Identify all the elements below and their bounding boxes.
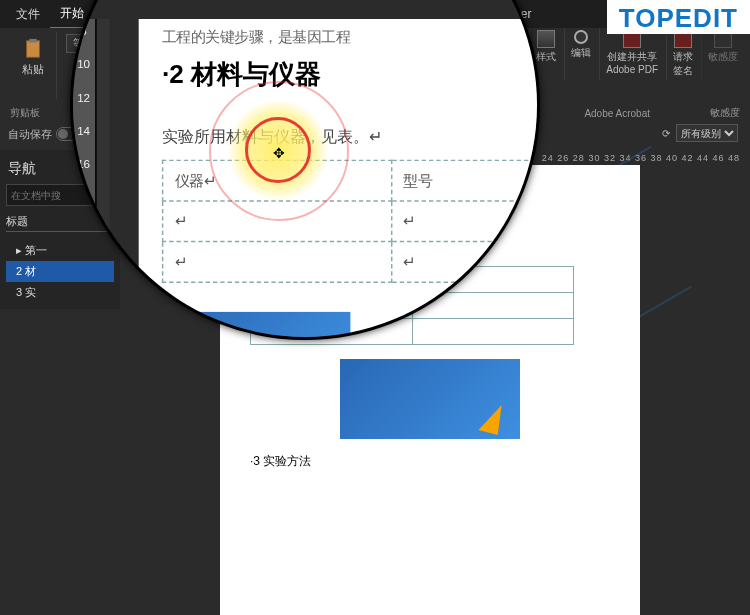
mag-paragraph: 实验所用材料与仪器，见表。↵ — [162, 126, 540, 148]
nav-tree: ▸ 第一 2 材 3 实 — [6, 240, 114, 303]
nav-item-1[interactable]: 2 材 — [6, 261, 114, 282]
svg-rect-0 — [27, 41, 40, 58]
autosave-label: 自动保存 — [8, 127, 52, 142]
paste-icon — [22, 38, 44, 60]
table-cell[interactable] — [412, 319, 574, 345]
mag-heading: ·2 材料与仪器 — [162, 57, 540, 92]
sensitivity-section-label: 敏感度 — [710, 106, 740, 120]
menu-file[interactable]: 文件 — [6, 0, 50, 28]
acrobat-section-label: Adobe Acrobat — [584, 108, 650, 119]
table-cell[interactable]: 型号 — [391, 160, 540, 201]
ribbon-right-cluster: 样式 编辑 创建并共享 Adobe PDF 请求 签名 敏感度 — [529, 28, 744, 80]
refresh-icon[interactable]: ⟳ — [662, 128, 670, 139]
table-cell[interactable]: ↵ — [163, 242, 391, 283]
find-button[interactable]: 编辑 — [564, 28, 597, 80]
sensitivity-button[interactable]: 敏感度 — [701, 28, 744, 80]
doc-shape-rect[interactable] — [340, 359, 520, 439]
clipboard-section-label: 剪贴板 — [10, 106, 40, 120]
table-row: 仪器↵型号 — [163, 160, 540, 201]
outline-level-bar: ⟳ 所有级别 — [662, 124, 738, 142]
table-row: ↵↵ — [163, 201, 540, 242]
clipboard-group: 粘贴 — [10, 32, 57, 99]
request-sign-button[interactable]: 请求 签名 — [666, 28, 699, 80]
outline-level-select[interactable]: 所有级别 — [676, 124, 738, 142]
topedit-logo: TOPEDIT — [607, 0, 750, 34]
create-pdf-button[interactable]: 创建并共享 Adobe PDF — [599, 28, 664, 80]
nav-item-0[interactable]: ▸ 第一 — [6, 240, 114, 261]
styles-icon — [537, 30, 555, 48]
table-cell[interactable]: ↵ — [163, 201, 391, 242]
search-icon — [574, 30, 588, 44]
mag-line: 工程的关键步骤，是基因工程 — [162, 28, 540, 48]
svg-rect-1 — [29, 39, 36, 43]
nav-item-2[interactable]: 3 实 — [6, 282, 114, 303]
paste-button[interactable]: 粘贴 — [18, 34, 48, 81]
table-cell[interactable]: 仪器↵ — [163, 160, 391, 201]
doc-shape-star-fragment — [478, 401, 505, 435]
doc-heading-3: ·3 实验方法 — [250, 453, 610, 470]
